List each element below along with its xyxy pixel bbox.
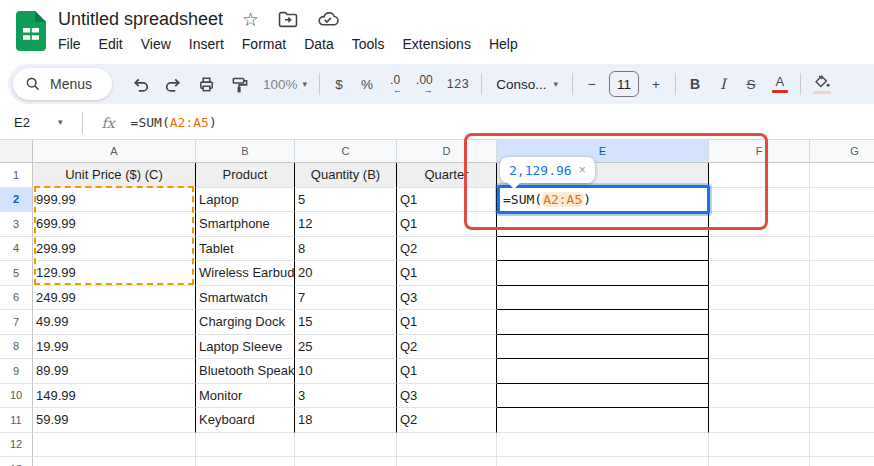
cell-C9[interactable]: 10: [295, 359, 397, 384]
cell-F5[interactable]: [709, 261, 810, 286]
cell-C7[interactable]: 15: [295, 310, 397, 335]
cell-A8[interactable]: 19.99: [33, 335, 196, 360]
paint-format-button[interactable]: [224, 70, 255, 98]
cell-F11[interactable]: [709, 408, 810, 433]
cell-C3[interactable]: 12: [295, 212, 397, 237]
cell-A11[interactable]: 59.99: [33, 408, 196, 433]
cell-E12[interactable]: [497, 433, 709, 458]
google-sheets-logo[interactable]: [16, 11, 46, 51]
cell-B6[interactable]: Smartwatch: [196, 286, 295, 311]
cell-A12[interactable]: [33, 433, 196, 458]
cell-E9[interactable]: [497, 359, 709, 384]
row-header-3[interactable]: 3: [0, 212, 33, 237]
row-header-5[interactable]: 5: [0, 261, 33, 286]
cell-G7[interactable]: [810, 310, 874, 335]
row-header-8[interactable]: 8: [0, 335, 33, 360]
menu-data[interactable]: Data: [295, 34, 343, 54]
cell-D10[interactable]: Q3: [397, 384, 497, 409]
cell-G13[interactable]: [810, 457, 874, 466]
cell-G10[interactable]: [810, 384, 874, 409]
cell-E5[interactable]: [497, 261, 709, 286]
cell-B2[interactable]: Laptop: [196, 188, 295, 213]
row-header-7[interactable]: 7: [0, 310, 33, 335]
text-color-button[interactable]: A: [766, 70, 794, 98]
cell-C5[interactable]: 20: [295, 261, 397, 286]
cell-A2[interactable]: 999.99: [33, 188, 196, 213]
cell-A1[interactable]: Unit Price ($) (C): [33, 163, 196, 188]
cell-F1[interactable]: [709, 163, 810, 188]
row-header-4[interactable]: 4: [0, 237, 33, 262]
formula-input[interactable]: =SUM(A2:A5): [131, 115, 217, 130]
cell-F6[interactable]: [709, 286, 810, 311]
cell-F4[interactable]: [709, 237, 810, 262]
cell-F13[interactable]: [709, 457, 810, 466]
cell-G9[interactable]: [810, 359, 874, 384]
cell-F8[interactable]: [709, 335, 810, 360]
format-percent-button[interactable]: %: [354, 70, 380, 98]
column-header-F[interactable]: F: [709, 140, 810, 163]
cell-C2[interactable]: 5: [295, 188, 397, 213]
column-header-C[interactable]: C: [295, 140, 397, 163]
cell-A6[interactable]: 249.99: [33, 286, 196, 311]
menu-insert[interactable]: Insert: [180, 34, 233, 54]
chevron-down-icon[interactable]: ▾: [58, 118, 63, 127]
print-button[interactable]: [191, 70, 222, 98]
format-currency-button[interactable]: $: [326, 70, 352, 98]
cell-D6[interactable]: Q3: [397, 286, 497, 311]
cell-B3[interactable]: Smartphone: [196, 212, 295, 237]
cell-A4[interactable]: 299.99: [33, 237, 196, 262]
column-header-A[interactable]: A: [33, 140, 196, 163]
cell-F9[interactable]: [709, 359, 810, 384]
document-title[interactable]: Untitled spreadsheet: [58, 9, 223, 30]
cell-F2[interactable]: [709, 188, 810, 213]
cell-B11[interactable]: Keyboard: [196, 408, 295, 433]
cell-D4[interactable]: Q2: [397, 237, 497, 262]
cell-F3[interactable]: [709, 212, 810, 237]
select-all-corner[interactable]: [0, 140, 33, 163]
cell-C8[interactable]: 25: [295, 335, 397, 360]
cell-A13[interactable]: [33, 457, 196, 466]
more-formats-button[interactable]: 123: [441, 70, 475, 98]
cell-F10[interactable]: [709, 384, 810, 409]
cell-A3[interactable]: 699.99: [33, 212, 196, 237]
cell-D12[interactable]: [397, 433, 497, 458]
cell-G11[interactable]: [810, 408, 874, 433]
close-icon[interactable]: ×: [579, 163, 586, 177]
cell-E13[interactable]: [497, 457, 709, 466]
cell-D3[interactable]: Q1: [397, 212, 497, 237]
font-select[interactable]: Conso... ▾: [488, 70, 566, 98]
cell-G12[interactable]: [810, 433, 874, 458]
cell-editor[interactable]: =SUM(A2:A5): [497, 185, 710, 214]
cell-G6[interactable]: [810, 286, 874, 311]
cell-D7[interactable]: Q1: [397, 310, 497, 335]
menu-edit[interactable]: Edit: [90, 34, 132, 54]
decrease-decimal-button[interactable]: .0 ←: [382, 70, 408, 98]
cell-A9[interactable]: 89.99: [33, 359, 196, 384]
zoom-select[interactable]: 100% ▾: [257, 70, 313, 98]
row-header-11[interactable]: 11: [0, 408, 33, 433]
cell-C10[interactable]: 3: [295, 384, 397, 409]
row-header-13[interactable]: 13: [0, 457, 33, 466]
cell-G2[interactable]: [810, 188, 874, 213]
cell-D11[interactable]: Q2: [397, 408, 497, 433]
cell-G5[interactable]: [810, 261, 874, 286]
cell-E6[interactable]: [497, 286, 709, 311]
cell-F12[interactable]: [709, 433, 810, 458]
cell-E4[interactable]: [497, 237, 709, 262]
font-size-input[interactable]: 11: [609, 71, 639, 97]
cell-C4[interactable]: 8: [295, 237, 397, 262]
menu-format[interactable]: Format: [233, 34, 295, 54]
row-header-10[interactable]: 10: [0, 384, 33, 409]
undo-button[interactable]: [125, 70, 156, 98]
column-header-B[interactable]: B: [196, 140, 295, 163]
cell-G4[interactable]: [810, 237, 874, 262]
row-header-6[interactable]: 6: [0, 286, 33, 311]
cell-C12[interactable]: [295, 433, 397, 458]
increase-font-size-button[interactable]: +: [643, 70, 669, 98]
name-box[interactable]: E2: [0, 115, 58, 130]
increase-decimal-button[interactable]: .00 →: [410, 70, 439, 98]
cell-B9[interactable]: Bluetooth Speaker: [196, 359, 295, 384]
fill-color-button[interactable]: [807, 70, 837, 98]
cell-C6[interactable]: 7: [295, 286, 397, 311]
star-icon[interactable]: ☆: [242, 10, 259, 29]
